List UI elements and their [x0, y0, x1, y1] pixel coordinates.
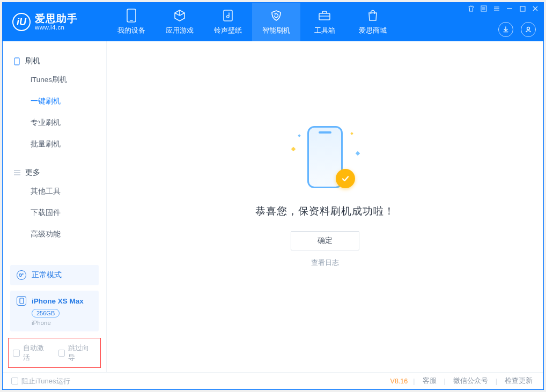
nav-label: 应用游戏	[166, 26, 194, 35]
version-label: V8.16	[390, 378, 408, 385]
app-logo-icon: iU	[12, 13, 31, 31]
section-title: 刷机	[25, 56, 40, 66]
nav-tab-toolbox[interactable]: 工具箱	[300, 3, 349, 41]
sidebar-item-other-tools[interactable]: 其他工具	[3, 181, 106, 202]
svg-rect-13	[520, 6, 525, 11]
window-controls	[467, 5, 539, 12]
user-account-button[interactable]	[521, 22, 536, 37]
device-icon	[124, 9, 138, 23]
checkbox-label: 阻止iTunes运行	[21, 376, 70, 386]
menu-icon[interactable]	[493, 5, 500, 12]
status-bar: 阻止iTunes运行 V8.16 | 客服 | 微信公众号 | 检查更新	[3, 372, 543, 389]
checkbox-label: 自动激活	[23, 343, 51, 363]
nav-label: 爱思商城	[359, 26, 387, 35]
mode-label: 正常模式	[32, 270, 62, 280]
toolbox-icon	[318, 9, 331, 23]
footer-link-wechat[interactable]: 微信公众号	[451, 376, 490, 386]
checkbox-auto-activate[interactable]: 自动激活	[13, 343, 51, 363]
sidebar-item-oneclick-flash[interactable]: 一键刷机	[3, 91, 106, 112]
sidebar-item-advanced[interactable]: 高级功能	[3, 224, 106, 245]
list-icon[interactable]	[480, 5, 488, 12]
nav-label: 工具箱	[314, 26, 335, 35]
nav-label: 铃声壁纸	[214, 26, 242, 35]
nav-tab-store[interactable]: 爱思商城	[349, 3, 397, 41]
music-file-icon	[221, 9, 235, 23]
device-name: iPhone XS Max	[32, 297, 84, 305]
nav-tab-smart-flash[interactable]: 智能刷机	[252, 3, 300, 41]
highlighted-options-row: 自动激活 跳过向导	[8, 338, 101, 368]
download-button[interactable]	[498, 22, 513, 37]
checkbox-block-itunes[interactable]: 阻止iTunes运行	[11, 376, 70, 386]
sidebar: 刷机 iTunes刷机 一键刷机 专业刷机 批量刷机 更多 其他工具 下载固件 …	[3, 41, 107, 372]
success-illustration	[293, 125, 357, 189]
close-button[interactable]	[532, 5, 539, 12]
app-name: 爱思助手	[35, 13, 78, 24]
device-info-box[interactable]: iPhone XS Max 256GB iPhone	[10, 291, 99, 331]
sidebar-item-itunes-flash[interactable]: iTunes刷机	[3, 69, 106, 91]
svg-rect-1	[130, 20, 133, 20]
nav-tab-ringtone-wallpaper[interactable]: 铃声壁纸	[204, 3, 252, 41]
list-icon	[13, 169, 20, 176]
sidebar-item-batch-flash[interactable]: 批量刷机	[3, 134, 106, 155]
sidebar-section-more: 更多	[3, 165, 106, 181]
success-message: 恭喜您，保资料刷机成功啦！	[255, 204, 395, 218]
nav-tabs: 我的设备 应用游戏 铃声壁纸 智能刷机 工具箱 爱思商城	[107, 3, 397, 41]
nav-label: 我的设备	[117, 26, 145, 35]
svg-point-22	[22, 273, 23, 275]
nav-tab-apps-games[interactable]: 应用游戏	[156, 3, 204, 41]
sidebar-item-download-firmware[interactable]: 下载固件	[3, 202, 106, 224]
footer-link-support[interactable]: 客服	[420, 376, 439, 386]
nav-tab-my-device[interactable]: 我的设备	[107, 3, 156, 41]
svg-rect-3	[319, 13, 330, 20]
cube-icon	[173, 9, 187, 23]
mode-icon	[17, 270, 26, 280]
logo-area: iU 爱思助手 www.i4.cn	[3, 13, 107, 31]
nav-label: 智能刷机	[262, 26, 290, 35]
ok-button[interactable]: 确定	[291, 231, 359, 250]
svg-point-21	[19, 274, 22, 277]
section-title: 更多	[25, 168, 40, 177]
footer-link-check-update[interactable]: 检查更新	[503, 376, 535, 386]
view-log-link[interactable]: 查看日志	[311, 258, 339, 268]
app-url: www.i4.cn	[35, 24, 78, 31]
phone-icon	[13, 58, 20, 65]
maximize-button[interactable]	[519, 5, 526, 12]
checkbox-skip-guide[interactable]: 跳过向导	[58, 343, 97, 363]
titlebar: iU 爱思助手 www.i4.cn 我的设备 应用游戏 铃声壁纸 智能刷机	[3, 3, 543, 41]
refresh-shield-icon	[269, 9, 283, 23]
shopping-bag-icon	[366, 9, 380, 23]
device-icon	[17, 296, 26, 306]
sidebar-section-flash: 刷机	[3, 53, 106, 69]
success-check-icon	[336, 169, 355, 188]
device-mode-box[interactable]: 正常模式	[10, 265, 99, 285]
device-type: iPhone	[32, 320, 92, 326]
main-content: 恭喜您，保资料刷机成功啦！ 确定 查看日志	[107, 41, 543, 372]
svg-rect-23	[20, 298, 24, 304]
device-storage-badge: 256GB	[32, 309, 60, 317]
shirt-icon[interactable]	[467, 5, 475, 12]
svg-rect-17	[14, 58, 19, 65]
checkbox-label: 跳过向导	[68, 343, 96, 363]
svg-point-16	[527, 27, 530, 30]
minimize-button[interactable]	[506, 5, 513, 12]
sidebar-item-pro-flash[interactable]: 专业刷机	[3, 112, 106, 134]
